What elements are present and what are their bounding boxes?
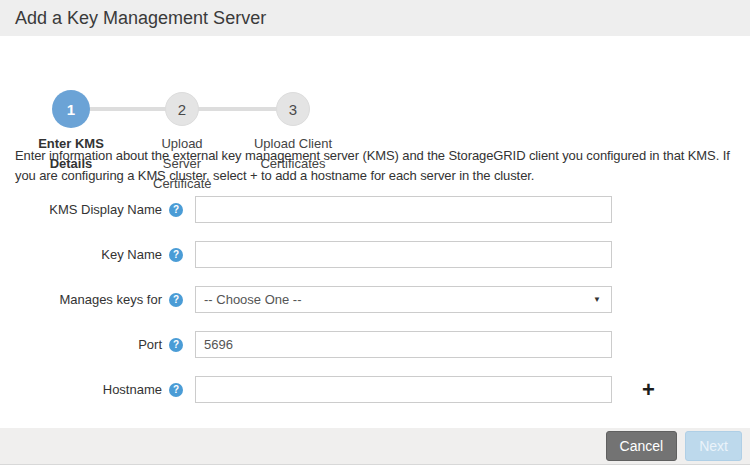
dialog-footer: Cancel Next: [0, 428, 750, 465]
form-row-kms-display-name: KMS Display Name ?: [0, 196, 750, 223]
step-3-number: 3: [289, 101, 297, 118]
form-row-key-name: Key Name ?: [0, 241, 750, 268]
add-hostname-button[interactable]: +: [642, 380, 655, 400]
step-1-number: 1: [67, 101, 75, 118]
help-icon[interactable]: ?: [169, 248, 183, 262]
wizard-step-1-circle: 1: [52, 90, 90, 128]
manages-keys-for-select[interactable]: -- Choose One -- ▼: [195, 286, 612, 313]
wizard-step-3-circle: 3: [276, 92, 310, 126]
kms-form: KMS Display Name ? Key Name ? Manages ke…: [0, 196, 750, 421]
help-icon[interactable]: ?: [169, 383, 183, 397]
key-name-label: Key Name: [15, 247, 162, 262]
help-icon[interactable]: ?: [169, 203, 183, 217]
hostname-label: Hostname: [15, 382, 162, 397]
help-icon[interactable]: ?: [169, 293, 183, 307]
form-row-hostname: Hostname ? +: [0, 376, 750, 403]
selected-option-text: -- Choose One --: [204, 292, 302, 307]
form-row-port: Port ?: [0, 331, 750, 358]
hostname-input[interactable]: [195, 376, 612, 403]
help-icon[interactable]: ?: [169, 338, 183, 352]
next-button[interactable]: Next: [685, 431, 742, 461]
kms-display-name-input[interactable]: [195, 196, 612, 223]
caret-down-icon: ▼: [593, 295, 601, 304]
port-input[interactable]: [195, 331, 612, 358]
wizard-step-2-circle: 2: [165, 92, 199, 126]
key-name-input[interactable]: [195, 241, 612, 268]
form-row-manages-keys-for: Manages keys for ? -- Choose One -- ▼: [0, 286, 750, 313]
dialog-header: Add a Key Management Server: [0, 0, 750, 36]
port-label: Port: [15, 337, 162, 352]
kms-display-name-label: KMS Display Name: [15, 202, 162, 217]
cancel-button[interactable]: Cancel: [606, 431, 678, 461]
wizard-steps: 1 2 3 Enter KMS Details Upload Server Ce…: [0, 40, 375, 145]
page-title: Add a Key Management Server: [15, 8, 266, 29]
instructions-text: Enter information about the external key…: [15, 146, 737, 186]
manages-keys-for-label: Manages keys for: [15, 292, 162, 307]
step-2-number: 2: [178, 101, 186, 118]
